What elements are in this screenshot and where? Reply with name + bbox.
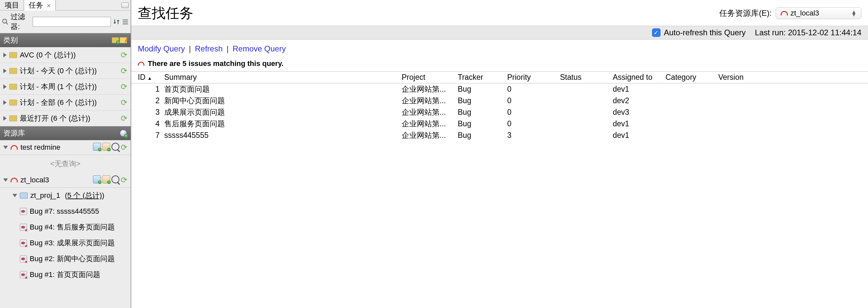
refresh-icon[interactable]: ⟳ <box>121 66 127 75</box>
refresh-icon[interactable]: ⟳ <box>121 51 127 60</box>
col-category[interactable]: Category <box>665 73 718 82</box>
expand-icon <box>3 85 7 89</box>
project-name: zt_proj_1 <box>30 191 60 200</box>
table-row[interactable]: 7sssss445555企业网站第...Bug3dev1 <box>131 130 868 141</box>
redmine-icon <box>10 145 18 150</box>
filter-bar: 过滤器: <box>0 10 131 33</box>
redmine-icon <box>781 11 788 16</box>
task-item[interactable]: Bug #4: 售后服务页面问题 <box>0 219 131 235</box>
folder-icon <box>9 84 17 90</box>
category-plan-week[interactable]: 计划 - 本周 (1 个 (总计)) ⟳ <box>0 79 131 95</box>
expand-icon <box>3 116 7 121</box>
add-repo-button[interactable] <box>119 129 127 137</box>
table-row[interactable]: 3成果展示页面问题企业网站第...Bug0dev3 <box>131 106 868 118</box>
refresh-icon[interactable]: ⟳ <box>121 176 127 185</box>
new-category-button[interactable] <box>112 36 119 44</box>
new-query-icon[interactable] <box>102 143 110 151</box>
autorefresh-checkbox[interactable]: ✓ <box>652 28 660 37</box>
col-summary[interactable]: Summary <box>164 73 402 82</box>
cell-assigned: dev1 <box>613 85 665 94</box>
minimize-view-button[interactable] <box>121 3 129 8</box>
task-item[interactable]: Bug #7: sssss445555 <box>0 204 131 219</box>
category-label: 计划 - 本周 (1 个 (总计)) <box>20 82 97 92</box>
task-label: Bug #3: 成果展示页面问题 <box>30 238 115 248</box>
new-task-icon[interactable] <box>93 176 101 183</box>
category-plan-today[interactable]: 计划 - 今天 (0 个 (总计)) ⟳ <box>0 63 131 79</box>
task-item[interactable]: Bug #3: 成果展示页面问题 <box>0 235 131 251</box>
categories-title: 类别 <box>3 35 18 45</box>
table-row[interactable]: 2新闻中心页面问题企业网站第...Bug0dev2 <box>131 95 868 106</box>
category-avc[interactable]: AVC (0 个 (总计)) ⟳ <box>0 47 131 63</box>
view-menu-icon[interactable] <box>122 18 129 26</box>
search-repo-icon[interactable] <box>112 176 119 183</box>
new-task-icon[interactable] <box>93 143 101 151</box>
col-tracker[interactable]: Tracker <box>458 73 507 82</box>
cell-priority: 3 <box>507 131 560 140</box>
refresh-query-link[interactable]: Refresh <box>195 44 223 54</box>
match-info: There are 5 issues matching this query. <box>131 58 868 71</box>
cell-summary: 首页页面问题 <box>164 84 402 94</box>
col-id[interactable]: ID▲ <box>138 73 164 82</box>
expand-icon <box>3 69 7 73</box>
match-message: There are 5 issues matching this query. <box>148 59 284 68</box>
cell-summary: 新闻中心页面问题 <box>164 96 402 106</box>
svg-rect-4 <box>123 23 128 24</box>
cell-priority: 0 <box>507 96 560 105</box>
cell-id: 2 <box>138 96 164 105</box>
repo-selector[interactable]: zt_local3 ▲▼ <box>776 7 861 19</box>
repo-test-redmine[interactable]: test redmine ⟳ <box>0 140 131 155</box>
refresh-icon[interactable]: ⟳ <box>121 82 127 91</box>
modify-query-link[interactable]: Modify Query <box>138 44 185 54</box>
cell-summary: 成果展示页面问题 <box>164 107 402 117</box>
chevron-updown-icon: ▲▼ <box>851 10 857 16</box>
cell-project: 企业网站第... <box>402 96 458 106</box>
repo-selector-label: 任务资源库(E): <box>719 8 772 19</box>
redmine-icon <box>10 178 18 182</box>
table-row[interactable]: 4售后服务页面问题企业网站第...Bug0dev1 <box>131 118 868 130</box>
tab-tasks[interactable]: 任务 ✕ <box>24 0 56 11</box>
new-query-icon[interactable] <box>102 176 110 183</box>
table-header: ID▲ Summary Project Tracker Priority Sta… <box>131 71 868 84</box>
task-label: Bug #4: 售后服务页面问题 <box>30 222 115 232</box>
svg-point-0 <box>3 19 7 23</box>
search-repo-icon[interactable] <box>112 143 119 151</box>
folder-icon <box>9 116 17 121</box>
view-tabs: 项目 任务 ✕ <box>0 0 131 10</box>
category-plan-all[interactable]: 计划 - 全部 (6 个 (总计)) ⟳ <box>0 95 131 111</box>
database-add-icon <box>120 130 127 137</box>
refresh-icon[interactable]: ⟳ <box>121 98 127 107</box>
cell-project: 企业网站第... <box>402 119 458 129</box>
edit-category-button[interactable] <box>119 36 127 44</box>
main-header: 查找任务 任务资源库(E): zt_local3 ▲▼ <box>131 0 868 26</box>
table-row[interactable]: 1首页页面问题企业网站第...Bug0dev1 <box>131 84 868 95</box>
refresh-icon[interactable]: ⟳ <box>121 114 127 123</box>
sort-icon[interactable] <box>113 18 120 26</box>
separator: | <box>226 44 228 54</box>
remove-query-link[interactable]: Remove Query <box>232 44 286 54</box>
repo-zt-local3[interactable]: zt_local3 ⟳ <box>0 173 131 188</box>
cell-priority: 0 <box>507 119 560 128</box>
repo-selected-value: zt_local3 <box>790 9 819 18</box>
col-assigned[interactable]: Assigned to <box>613 73 665 82</box>
tab-project[interactable]: 项目 <box>0 0 24 11</box>
col-priority[interactable]: Priority <box>507 73 560 82</box>
col-version[interactable]: Version <box>718 73 771 82</box>
filter-label: 过滤器: <box>10 12 31 32</box>
task-item[interactable]: Bug #1: 首页页面问题 <box>0 267 131 283</box>
tab-tasks-label: 任务 <box>29 1 43 9</box>
collapse-icon <box>12 194 17 197</box>
cell-project: 企业网站第... <box>402 107 458 117</box>
close-icon[interactable]: ✕ <box>46 3 51 8</box>
refresh-icon[interactable]: ⟳ <box>121 143 127 152</box>
task-item[interactable]: Bug #2: 新闻中心页面问题 <box>0 251 131 267</box>
col-status[interactable]: Status <box>560 73 613 82</box>
query-actions: Modify Query | Refresh | Remove Query <box>131 39 868 58</box>
col-project[interactable]: Project <box>402 73 458 82</box>
project-count-link[interactable]: 5 个 (总计) <box>67 191 102 199</box>
category-label: 计划 - 全部 (6 个 (总计)) <box>20 98 97 107</box>
filter-input[interactable] <box>33 17 111 27</box>
lastrun-value: 2015-12-02 11:44:14 <box>788 28 861 37</box>
category-recent[interactable]: 最近打开 (6 个 (总计)) ⟳ <box>0 111 131 126</box>
project-zt-proj-1[interactable]: zt_proj_1 (5 个 (总计)) <box>0 188 131 204</box>
task-label: Bug #1: 首页页面问题 <box>30 270 100 280</box>
